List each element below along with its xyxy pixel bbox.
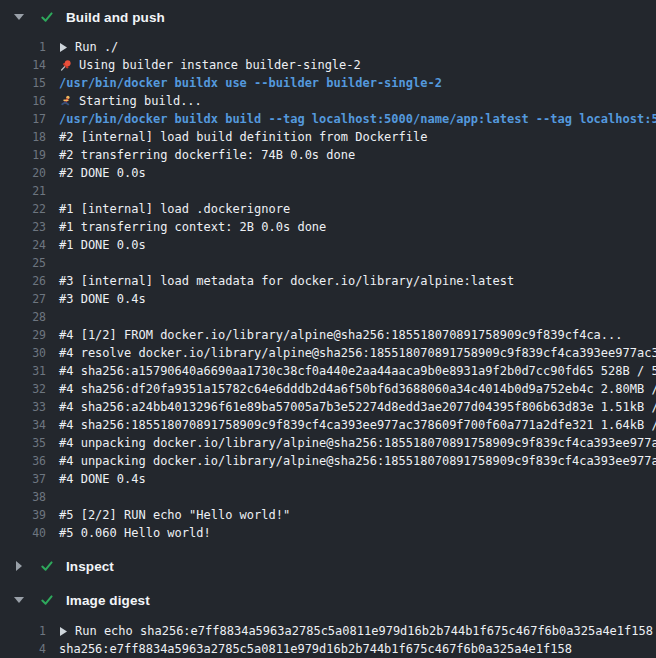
check-icon	[39, 10, 54, 24]
line-number[interactable]: 21	[0, 184, 46, 198]
section-title: Build and push	[66, 10, 165, 25]
line-number[interactable]: 20	[0, 166, 46, 180]
log-line: 15/usr/bin/docker buildx use --builder b…	[0, 74, 656, 92]
log-text: #1 transferring context: 2B 0.0s done	[59, 220, 326, 234]
line-number[interactable]: 37	[0, 472, 46, 486]
section-title: Image digest	[66, 593, 150, 608]
line-number[interactable]: 30	[0, 346, 46, 360]
log-text: #3 [internal] load metadata for docker.i…	[59, 274, 514, 288]
log-line: 4sha256:e7ff8834a5963a2785c5a0811e979d16…	[0, 640, 656, 658]
log-line: 32#4 sha256:df20fa9351a15782c64e6dddb2d4…	[0, 380, 656, 398]
log-line: 1Run echo sha256:e7ff8834a5963a2785c5a08…	[0, 622, 656, 640]
log-text: #4 unpacking docker.io/library/alpine@sh…	[59, 454, 656, 468]
log-line: 38	[0, 488, 656, 506]
chevron-down-icon	[13, 14, 25, 20]
log-text: Using builder instance builder-single-2	[79, 58, 361, 72]
line-number[interactable]: 19	[0, 148, 46, 162]
line-number[interactable]: 28	[0, 310, 46, 324]
log-line: 20#2 DONE 0.0s	[0, 164, 656, 182]
log-text: #5 [2/2] RUN echo "Hello world!"	[59, 508, 290, 522]
log-text: #2 DONE 0.0s	[59, 166, 146, 180]
log-text: #3 DONE 0.4s	[59, 292, 146, 306]
log-text: #4 sha256:a24bb4013296f61e89ba57005a7b3e…	[59, 400, 656, 414]
line-number[interactable]: 1	[0, 624, 46, 638]
line-number[interactable]: 29	[0, 328, 46, 342]
log-line: 1Run ./	[0, 38, 656, 56]
log-lines-image-digest: 1Run echo sha256:e7ff8834a5963a2785c5a08…	[0, 616, 656, 658]
line-number[interactable]: 39	[0, 508, 46, 522]
line-number[interactable]: 40	[0, 526, 46, 540]
line-number[interactable]: 18	[0, 130, 46, 144]
line-number[interactable]: 17	[0, 112, 46, 126]
section-header-inspect[interactable]: Inspect	[0, 550, 656, 582]
line-number[interactable]: 33	[0, 400, 46, 414]
log-line: 34#4 sha256:185518070891758909c9f839cf4c…	[0, 416, 656, 434]
log-line: 27#3 DONE 0.4s	[0, 290, 656, 308]
log-text: #4 resolve docker.io/library/alpine@sha2…	[59, 346, 656, 360]
log-line: 17/usr/bin/docker buildx build --tag loc…	[0, 110, 656, 128]
log-line: 22#1 [internal] load .dockerignore	[0, 200, 656, 218]
log-line: 26#3 [internal] load metadata for docker…	[0, 272, 656, 290]
line-number[interactable]: 36	[0, 454, 46, 468]
line-number[interactable]: 32	[0, 382, 46, 396]
log-line: 14Using builder instance builder-single-…	[0, 56, 656, 74]
log-text: Starting build...	[79, 94, 202, 108]
log-line: 31#4 sha256:a15790640a6690aa1730c38cf0a4…	[0, 362, 656, 380]
play-icon[interactable]	[59, 42, 68, 53]
log-text: #1 [internal] load .dockerignore	[59, 202, 290, 216]
log-text: #4 DONE 0.4s	[59, 472, 146, 486]
check-icon	[39, 559, 54, 573]
line-number[interactable]: 31	[0, 364, 46, 378]
line-number[interactable]: 23	[0, 220, 46, 234]
log-lines-build-and-push: 1Run ./14Using builder instance builder-…	[0, 34, 656, 548]
line-number[interactable]: 35	[0, 436, 46, 450]
log-line: 18#2 [internal] load build definition fr…	[0, 128, 656, 146]
chevron-down-icon	[13, 597, 25, 603]
line-number[interactable]: 34	[0, 418, 46, 432]
line-number[interactable]: 38	[0, 490, 46, 504]
log-line: 21	[0, 182, 656, 200]
workflow-log-viewer: Build and push1Run ./14Using builder ins…	[0, 0, 656, 658]
log-line: 39#5 [2/2] RUN echo "Hello world!"	[0, 506, 656, 524]
log-line: 40#5 0.060 Hello world!	[0, 524, 656, 542]
runner-icon	[59, 95, 72, 108]
log-line: 16Starting build...	[0, 92, 656, 110]
log-text: #1 DONE 0.0s	[59, 238, 146, 252]
chevron-right-icon	[13, 561, 25, 571]
pushpin-icon	[59, 59, 72, 72]
play-icon[interactable]	[59, 626, 68, 637]
log-line: 19#2 transferring dockerfile: 74B 0.0s d…	[0, 146, 656, 164]
log-line: 28	[0, 308, 656, 326]
log-text: #4 sha256:185518070891758909c9f839cf4ca3…	[59, 418, 656, 432]
log-command-text: /usr/bin/docker buildx build --tag local…	[59, 112, 656, 126]
log-line: 30#4 resolve docker.io/library/alpine@sh…	[0, 344, 656, 362]
line-number[interactable]: 27	[0, 292, 46, 306]
line-number[interactable]: 16	[0, 94, 46, 108]
line-number[interactable]: 4	[0, 642, 46, 656]
line-number[interactable]: 15	[0, 76, 46, 90]
log-line: 36#4 unpacking docker.io/library/alpine@…	[0, 452, 656, 470]
log-line: 23#1 transferring context: 2B 0.0s done	[0, 218, 656, 236]
log-command-text: /usr/bin/docker buildx use --builder bui…	[59, 76, 442, 90]
line-number[interactable]: 25	[0, 256, 46, 270]
log-line: 35#4 unpacking docker.io/library/alpine@…	[0, 434, 656, 452]
section-title: Inspect	[66, 559, 114, 574]
line-number[interactable]: 1	[0, 40, 46, 54]
log-line: 37#4 DONE 0.4s	[0, 470, 656, 488]
log-line: 33#4 sha256:a24bb4013296f61e89ba57005a7b…	[0, 398, 656, 416]
line-number[interactable]: 24	[0, 238, 46, 252]
log-text: #4 sha256:a15790640a6690aa1730c38cf0a440…	[59, 364, 656, 378]
section-header-build-and-push[interactable]: Build and push	[0, 0, 656, 34]
check-icon	[39, 593, 54, 607]
log-text: Run ./	[75, 40, 118, 54]
log-text: #2 [internal] load build definition from…	[59, 130, 427, 144]
log-line: 25	[0, 254, 656, 272]
log-text: #5 0.060 Hello world!	[59, 526, 211, 540]
line-number[interactable]: 14	[0, 58, 46, 72]
log-line: 29#4 [1/2] FROM docker.io/library/alpine…	[0, 326, 656, 344]
log-line: 24#1 DONE 0.0s	[0, 236, 656, 254]
section-header-image-digest[interactable]: Image digest	[0, 584, 656, 616]
line-number[interactable]: 26	[0, 274, 46, 288]
line-number[interactable]: 22	[0, 202, 46, 216]
log-text: #2 transferring dockerfile: 74B 0.0s don…	[59, 148, 355, 162]
